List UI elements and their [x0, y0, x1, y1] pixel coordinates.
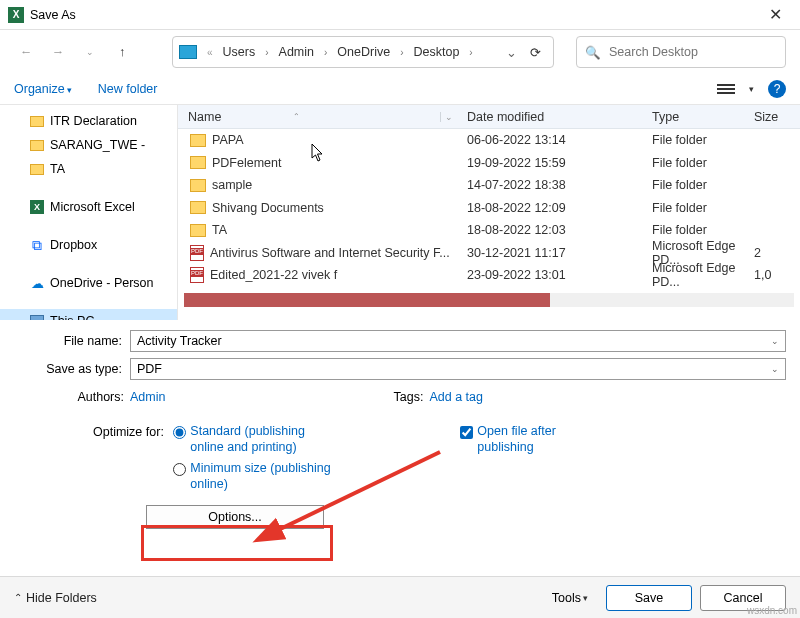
col-type[interactable]: Type — [642, 110, 744, 124]
file-date: 23-09-2022 13:01 — [457, 268, 642, 282]
folder-icon — [30, 140, 44, 151]
chevron-down-icon: ▾ — [583, 593, 588, 603]
hide-folders-label: Hide Folders — [26, 591, 97, 605]
tree-item-folder[interactable]: TA — [0, 157, 177, 181]
file-list: Name⌃⌄ Date modified Type Size PAPA06-06… — [178, 105, 800, 320]
tree-label: TA — [50, 162, 65, 176]
breadcrumb-desktop[interactable]: Desktop — [413, 45, 459, 59]
window-title: Save As — [30, 8, 759, 22]
file-name: sample — [212, 178, 252, 192]
file-row[interactable]: PDFelement19-09-2022 15:59File folder — [178, 152, 800, 175]
view-mode-button[interactable] — [717, 84, 735, 94]
footer: ⌃ Hide Folders Tools ▾ Save Cancel — [0, 576, 800, 618]
filename-label: File name: — [0, 334, 130, 348]
search-input[interactable] — [607, 44, 777, 60]
tree-label: Dropbox — [50, 238, 97, 252]
file-date: 30-12-2021 11:17 — [457, 246, 642, 260]
open-after-checkbox[interactable]: Open file after publishing — [460, 424, 597, 455]
tools-menu[interactable]: Tools ▾ — [552, 591, 598, 605]
organize-menu[interactable]: Organize▾ — [14, 82, 72, 96]
optimize-label: Optimize for: — [93, 424, 170, 439]
optimize-standard-radio[interactable]: Standard (publishing online and printing… — [173, 424, 340, 455]
sidebar-tree[interactable]: ITR Declaration SARANG_TWE - TA XMicroso… — [0, 105, 178, 320]
tree-item-excel[interactable]: XMicrosoft Excel — [0, 195, 177, 219]
chevron-right-icon: › — [320, 47, 331, 58]
options-button[interactable]: Options... — [146, 505, 324, 529]
pc-icon — [30, 315, 44, 320]
tags-value[interactable]: Add a tag — [429, 390, 483, 404]
filename-input[interactable]: Activity Tracker⌄ — [130, 330, 786, 352]
folder-icon — [190, 134, 206, 147]
tree-label: This PC — [50, 314, 94, 320]
tree-item-this-pc[interactable]: This PC — [0, 309, 177, 320]
back-button[interactable]: ← — [14, 40, 38, 64]
file-name: Antivirus Software and Internet Security… — [210, 246, 450, 260]
content-area: ITR Declaration SARANG_TWE - TA XMicroso… — [0, 104, 800, 320]
chevron-up-icon: ⌃ — [14, 592, 22, 603]
help-button[interactable]: ? — [768, 80, 786, 98]
tree-label: Microsoft Excel — [50, 200, 135, 214]
chevron-down-icon[interactable]: ⌄ — [771, 364, 779, 374]
file-row[interactable]: Edited_2021-22 vivek f23-09-2022 13:01Mi… — [178, 264, 800, 287]
horizontal-scrollbar[interactable] — [184, 293, 794, 307]
breadcrumb-users[interactable]: Users — [223, 45, 256, 59]
save-button[interactable]: Save — [606, 585, 692, 611]
file-size: 2 — [744, 246, 800, 260]
file-type: File folder — [642, 223, 744, 237]
col-size[interactable]: Size — [744, 110, 800, 124]
breadcrumb-overflow[interactable]: « — [203, 47, 217, 58]
file-date: 14-07-2022 18:38 — [457, 178, 642, 192]
col-dropdown-icon[interactable]: ⌄ — [440, 112, 453, 122]
breadcrumb-admin[interactable]: Admin — [279, 45, 314, 59]
navbar: ← → ⌄ ↑ « Users › Admin › OneDrive › Des… — [0, 30, 800, 74]
address-dropdown[interactable]: ⌄ — [506, 45, 517, 60]
tree-item-dropbox[interactable]: ⧉Dropbox — [0, 233, 177, 257]
radio-input[interactable] — [173, 426, 186, 439]
col-name[interactable]: Name⌃⌄ — [178, 110, 457, 124]
chevron-down-icon[interactable]: ⌄ — [771, 336, 779, 346]
folder-icon — [190, 156, 206, 169]
folder-icon — [30, 116, 44, 127]
radio-input[interactable] — [173, 463, 186, 476]
checkbox-label: Open file after publishing — [477, 424, 597, 455]
view-dropdown[interactable]: ▾ — [749, 84, 754, 94]
form-area: File name: Activity Tracker⌄ Save as typ… — [0, 320, 800, 529]
file-row[interactable]: PAPA06-06-2022 13:14File folder — [178, 129, 800, 152]
folder-icon — [30, 164, 44, 175]
file-row[interactable]: sample14-07-2022 18:38File folder — [178, 174, 800, 197]
dropbox-icon: ⧉ — [30, 238, 44, 252]
hide-folders-button[interactable]: ⌃ Hide Folders — [14, 591, 97, 605]
authors-value[interactable]: Admin — [130, 390, 165, 404]
excel-icon: X — [30, 200, 44, 214]
pdf-icon — [190, 267, 204, 283]
search-box[interactable]: 🔍 — [576, 36, 786, 68]
tree-item-folder[interactable]: SARANG_TWE - — [0, 133, 177, 157]
file-row[interactable]: Shivang Documents18-08-2022 12:09File fo… — [178, 197, 800, 220]
folder-icon — [190, 201, 206, 214]
tree-item-folder[interactable]: ITR Declaration — [0, 109, 177, 133]
tree-label: ITR Declaration — [50, 114, 137, 128]
close-button[interactable]: ✕ — [759, 5, 792, 24]
recent-dropdown[interactable]: ⌄ — [78, 40, 102, 64]
file-type: File folder — [642, 133, 744, 147]
col-date[interactable]: Date modified — [457, 110, 642, 124]
radio-label: Standard (publishing online and printing… — [190, 424, 340, 455]
file-type: Microsoft Edge PD... — [642, 261, 744, 289]
pdf-icon — [190, 245, 204, 261]
refresh-button[interactable]: ⟳ — [523, 45, 547, 60]
breadcrumb-onedrive[interactable]: OneDrive — [337, 45, 390, 59]
new-folder-button[interactable]: New folder — [98, 82, 158, 96]
toolbar: Organize▾ New folder ▾ ? — [0, 74, 800, 104]
up-button[interactable]: ↑ — [110, 40, 134, 64]
tree-item-onedrive[interactable]: ☁OneDrive - Person — [0, 271, 177, 295]
file-date: 18-08-2022 12:09 — [457, 201, 642, 215]
address-bar[interactable]: « Users › Admin › OneDrive › Desktop › ⌄… — [172, 36, 554, 68]
saveastype-dropdown[interactable]: PDF⌄ — [130, 358, 786, 380]
watermark: wsxdn.com — [747, 605, 797, 616]
file-name: TA — [212, 223, 227, 237]
chevron-right-icon: › — [261, 47, 272, 58]
forward-button: → — [46, 40, 70, 64]
checkbox-input[interactable] — [460, 426, 473, 439]
folder-icon — [190, 224, 206, 237]
optimize-minimum-radio[interactable]: Minimum size (publishing online) — [173, 461, 340, 492]
